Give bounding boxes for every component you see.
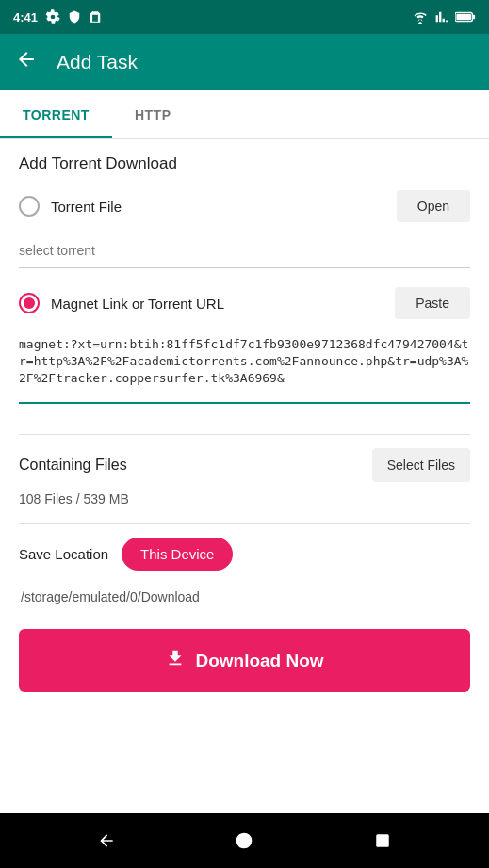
wifi-icon — [412, 10, 429, 24]
torrent-file-radio[interactable] — [19, 196, 40, 217]
containing-files-row: Containing Files Select Files — [19, 448, 470, 482]
magnet-option[interactable]: Magnet Link or Torrent URL — [19, 293, 224, 313]
tab-bar: TORRENT HTTP — [0, 90, 489, 139]
torrent-file-label: Torrent File — [51, 199, 122, 215]
torrent-file-option[interactable]: Torrent File — [19, 196, 122, 217]
back-button[interactable] — [15, 48, 38, 76]
nav-back-button[interactable] — [93, 828, 120, 854]
save-location-label: Save Location — [19, 546, 108, 562]
settings-icon — [45, 9, 60, 24]
shield-icon — [68, 9, 81, 24]
toolbar: Add Task — [0, 34, 489, 90]
nav-recents-button[interactable] — [369, 828, 396, 854]
sim-icon — [89, 9, 102, 24]
download-icon — [165, 648, 186, 673]
svg-point-3 — [236, 833, 253, 849]
magnet-url-field[interactable]: magnet:?xt=urn:btih:81ff5fc1df7c1fb9300e… — [19, 336, 470, 404]
magnet-label: Magnet Link or Torrent URL — [51, 296, 224, 312]
toolbar-title: Add Task — [57, 51, 138, 73]
magnet-radio-inner — [24, 297, 35, 309]
status-time: 4:41 — [13, 10, 38, 24]
divider-2 — [19, 523, 470, 524]
svg-rect-1 — [456, 14, 471, 20]
signal-icon — [434, 10, 449, 24]
storage-path: /storage/emulated/0/Download — [19, 580, 470, 610]
content-area: Add Torrent Download Torrent File Open M… — [0, 139, 489, 813]
nav-home-button[interactable] — [231, 828, 257, 854]
divider-1 — [19, 434, 470, 435]
download-now-button[interactable]: Download Now — [19, 629, 470, 692]
tab-http[interactable]: HTTP — [112, 90, 194, 138]
magnet-option-row: Magnet Link or Torrent URL Paste — [19, 287, 470, 319]
bottom-nav — [0, 813, 489, 868]
status-right — [412, 10, 476, 24]
select-files-button[interactable]: Select Files — [372, 448, 470, 482]
svg-rect-4 — [376, 834, 389, 847]
svg-rect-2 — [473, 15, 475, 20]
battery-icon — [455, 11, 476, 23]
select-torrent-input[interactable] — [19, 233, 470, 268]
save-location-row: Save Location This Device — [19, 538, 470, 571]
section-title: Add Torrent Download — [19, 154, 470, 173]
magnet-radio[interactable] — [19, 293, 40, 313]
this-device-button[interactable]: This Device — [122, 538, 233, 571]
paste-button[interactable]: Paste — [395, 287, 470, 319]
containing-files-label: Containing Files — [19, 457, 127, 474]
download-now-label: Download Now — [195, 651, 323, 671]
files-count: 108 Files / 539 MB — [19, 491, 470, 506]
status-left: 4:41 — [13, 9, 102, 24]
status-bar: 4:41 — [0, 0, 489, 34]
open-button[interactable]: Open — [397, 190, 470, 222]
torrent-file-row: Torrent File Open — [19, 190, 470, 222]
tab-torrent[interactable]: TORRENT — [0, 90, 112, 138]
